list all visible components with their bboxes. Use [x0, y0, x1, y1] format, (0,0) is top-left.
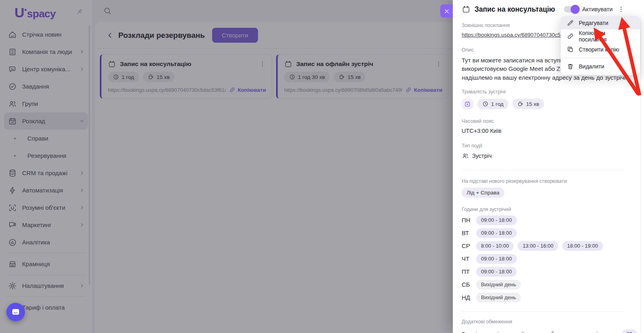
day-slots: 09:00 - 18:00 — [476, 267, 517, 277]
panel-title: Запис на консультацію — [475, 5, 555, 14]
copy-icon — [567, 46, 574, 53]
schedule-row-2: СР8:00 - 10:0013:00 - 16:0018:00 - 19:00 — [462, 241, 625, 251]
day-slots: 09:00 - 18:00 — [476, 228, 517, 238]
restriction-row: За скільки днів до події можна забронюва… — [462, 329, 637, 333]
restrictions-label: Додаткові обмеження — [462, 319, 625, 325]
pencil-icon — [567, 19, 574, 27]
time-slot-badge: Вихідний день — [476, 280, 521, 290]
time-slot-badge: 09:00 - 18:00 — [476, 254, 517, 264]
create-on-booking-label: На підставі нового резервування створюва… — [462, 178, 625, 184]
time-slot-badge: 09:00 - 18:00 — [476, 267, 517, 277]
trash-icon — [567, 63, 574, 70]
calendar-icon — [462, 5, 471, 14]
section-divider — [462, 170, 625, 170]
chat-fab-button[interactable] — [6, 303, 25, 321]
context-menu: РедагуватиКопіювати посиланняСтворити ко… — [561, 16, 640, 75]
close-panel-button[interactable] — [440, 4, 453, 18]
time-slot-badge: 18:00 - 19:00 — [562, 241, 603, 251]
day-label: СБ — [462, 281, 476, 288]
day-slots: 09:00 - 18:00 — [476, 254, 517, 264]
schedule-row-4: ПТ09:00 - 18:00 — [462, 267, 625, 277]
menu-item-label: Редагувати — [579, 20, 608, 26]
menu-item-2[interactable]: Створити копію — [561, 43, 640, 56]
timezone-value: UTC+3:00 Київ — [462, 128, 625, 134]
day-label: ПТ — [462, 268, 476, 275]
schedule-row-0: ПН09:00 - 18:00 — [462, 215, 625, 225]
menu-item-1[interactable]: Копіювати посилання — [561, 29, 640, 43]
time-slot-badge: 8:00 - 10:00 — [476, 241, 514, 251]
day-label: НД — [462, 294, 476, 301]
link-icon — [567, 33, 574, 40]
time-slot-badge: 09:00 - 18:00 — [476, 228, 517, 238]
restriction-text: За скільки днів до події можна забронюва… — [462, 331, 601, 333]
toggle-knob — [571, 5, 580, 14]
dim-overlay — [0, 0, 453, 333]
schedule-row-6: НДВихідний день — [462, 293, 625, 302]
menu-separator — [561, 58, 640, 58]
menu-item-0[interactable]: Редагувати — [561, 16, 640, 29]
activate-toggle[interactable] — [564, 6, 578, 12]
hours-label: Години для зустрічей — [462, 207, 625, 212]
day-label: СР — [462, 242, 476, 249]
event-type-value: Зустріч — [462, 152, 625, 159]
day-label: ЧТ — [462, 255, 476, 262]
panel-scrollbar[interactable] — [640, 19, 641, 333]
app-window: Uspacy Стрічка новинКомпанія та людиЦент… — [0, 0, 644, 333]
day-label: ВТ — [462, 230, 476, 236]
panel-header: Запис на консультацію Активувати — [462, 5, 625, 14]
duration-label: Тривалість зустрічі — [462, 89, 625, 95]
close-icon — [444, 8, 450, 14]
schedule-row-5: СБВихідний день — [462, 280, 625, 290]
schedule-row-3: ЧТ09:00 - 18:00 — [462, 254, 625, 264]
duration-badges: 1 год 15 хв — [462, 99, 625, 110]
event-type-label: Тип події — [462, 143, 625, 149]
section-divider — [462, 311, 625, 312]
buffer-badge: 15 хв — [512, 99, 544, 109]
menu-item-label: Видалити — [579, 63, 604, 70]
duration-badge: 1 год — [477, 99, 508, 109]
day-slots: Вихідний день — [476, 293, 521, 302]
schedule-table: ПН09:00 - 18:00ВТ09:00 - 18:00СР8:00 - 1… — [462, 215, 625, 302]
day-label: ПН — [462, 217, 476, 223]
coffee-cup-icon — [517, 101, 524, 107]
time-slot-badge: 09:00 - 18:00 — [476, 215, 517, 225]
menu-item-label: Створити копію — [579, 46, 619, 53]
timezone-label: Часовий пояс — [462, 118, 625, 124]
calendar-edit-icon — [462, 99, 473, 110]
people-icon — [462, 152, 469, 159]
day-slots: Вихідний день — [476, 280, 521, 290]
time-slot-badge: Вихідний день — [476, 293, 521, 302]
menu-item-3[interactable]: Видалити — [561, 60, 640, 73]
menu-item-label: Копіювати посилання — [579, 30, 634, 43]
toggle-label: Активувати — [582, 6, 613, 12]
clock-icon — [482, 101, 489, 107]
kebab-menu-icon[interactable] — [617, 6, 625, 13]
schedule-row-1: ВТ09:00 - 18:00 — [462, 228, 625, 238]
day-slots: 09:00 - 18:00 — [476, 215, 517, 225]
time-slot-badge: 13:00 - 16:00 — [518, 241, 558, 251]
chat-icon — [11, 307, 21, 317]
day-slots: 8:00 - 10:0013:00 - 16:0018:00 - 19:00 — [476, 241, 603, 251]
restriction-value-badge: 30 — [622, 329, 637, 333]
create-on-booking-badge: Лід + Справа — [462, 188, 504, 198]
